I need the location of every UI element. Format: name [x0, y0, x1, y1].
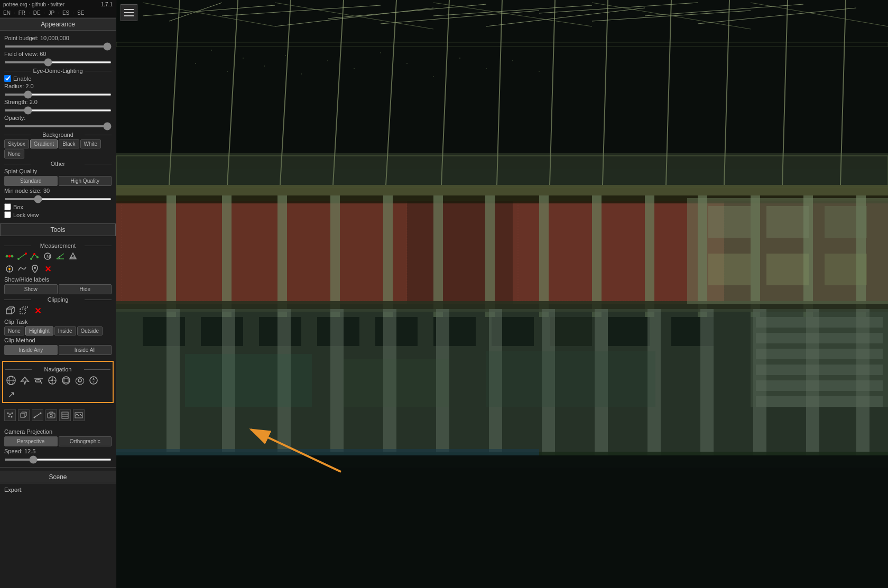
measure-angle-icon[interactable] [55, 251, 66, 262]
measure-marker-icon[interactable] [30, 264, 40, 274]
svg-rect-155 [344, 359, 449, 407]
lock-view-checkbox[interactable] [4, 211, 11, 218]
nav-fullcircle-icon[interactable] [60, 375, 72, 386]
lang-de[interactable]: DE [33, 10, 41, 16]
edl-enable-label: Enable [13, 76, 31, 82]
lang-en[interactable]: EN [3, 10, 11, 16]
measurement-header: Measurement [4, 242, 112, 249]
clip-inside-any-btn[interactable]: Inside Any [4, 345, 58, 355]
svg-point-180 [301, 73, 302, 74]
nav-helicopter-icon[interactable] [33, 375, 44, 386]
bg-gradient-btn[interactable]: Gradient [30, 139, 58, 148]
svg-point-16 [8, 268, 11, 270]
svg-point-51 [12, 413, 13, 414]
edl-enable-row: Enable [4, 75, 112, 82]
orthographic-btn[interactable]: Orthographic [59, 436, 112, 446]
hide-labels-btn[interactable]: Hide [59, 284, 112, 294]
svg-rect-156 [486, 351, 655, 407]
point-budget-label: Point budget: 10,000,000 [4, 35, 69, 41]
nav-compass-icon[interactable] [88, 375, 99, 386]
camera-projection-text: Camera Projection [4, 428, 52, 435]
svg-rect-173 [116, 455, 888, 587]
background-btn-group: Skybox Gradient Black White None [4, 139, 112, 158]
svg-point-69 [76, 414, 77, 415]
lang-fr[interactable]: FR [18, 10, 25, 16]
svg-point-185 [433, 76, 434, 77]
scene-camera-icon[interactable] [45, 409, 57, 421]
scene-other-icon[interactable] [59, 409, 71, 421]
lock-view-label: Lock view [13, 212, 39, 218]
svg-point-19 [34, 267, 36, 269]
nav-gear-icon[interactable] [74, 375, 86, 386]
nav-earth-icon[interactable] [5, 375, 17, 386]
scene-measure-icon[interactable] [32, 409, 43, 421]
svg-point-50 [10, 414, 11, 415]
viewport-background[interactable] [116, 0, 888, 588]
point-budget-slider[interactable] [4, 45, 112, 48]
clip-volume-icon[interactable] [4, 305, 16, 316]
measure-area-icon[interactable]: ▶▶ [68, 251, 78, 262]
perspective-btn[interactable]: Perspective [4, 436, 58, 446]
edl-strength-slider[interactable] [4, 109, 112, 111]
svg-point-4 [17, 258, 20, 260]
splat-standard-btn[interactable]: Standard [4, 176, 58, 186]
scene-pointcloud-icon[interactable] [4, 409, 16, 421]
splat-high-btn[interactable]: High Quality [59, 176, 112, 186]
svg-point-187 [486, 68, 487, 69]
measure-point-icon[interactable] [4, 251, 15, 262]
bg-skybox-btn[interactable]: Skybox [4, 139, 29, 148]
measure-remove-icon[interactable]: ✕ [42, 264, 53, 274]
edl-opacity-slider[interactable] [4, 125, 112, 127]
svg-rect-158 [708, 206, 751, 238]
measure-profile-icon[interactable] [17, 264, 27, 274]
scene-icons-row [4, 409, 112, 421]
svg-point-183 [380, 52, 381, 53]
box-checkbox[interactable] [4, 203, 11, 210]
edl-enable-checkbox[interactable] [4, 75, 11, 82]
nav-upleft-icon[interactable]: ↗ [5, 388, 17, 400]
speed-slider[interactable] [4, 459, 112, 461]
lang-jp[interactable]: JP [49, 10, 55, 16]
svg-point-6 [30, 258, 32, 260]
scene-volume-icon[interactable] [18, 409, 30, 421]
tools-header[interactable]: Tools [0, 223, 116, 236]
lang-se[interactable]: SE [77, 10, 84, 16]
clipping-icons-row: ✕ [4, 305, 112, 316]
clip-inside-all-btn[interactable]: Inside All [59, 345, 112, 355]
clip-remove-icon[interactable]: ✕ [32, 305, 43, 316]
svg-rect-163 [825, 254, 867, 285]
lang-es[interactable]: ES [62, 10, 69, 16]
svg-point-45 [78, 379, 81, 382]
measure-polyline-icon[interactable] [30, 251, 40, 262]
edl-radius-slider[interactable] [4, 94, 112, 96]
show-labels-btn[interactable]: Show [4, 284, 58, 294]
clip-inside-btn[interactable]: Inside [54, 326, 76, 335]
export-label: Export: [4, 487, 23, 493]
nav-orbit-icon[interactable] [47, 375, 58, 386]
svg-point-53 [11, 416, 13, 418]
scene-image-icon[interactable] [73, 409, 85, 421]
clip-outside-btn[interactable]: Outside [77, 326, 103, 335]
min-node-slider[interactable] [4, 198, 112, 200]
svg-rect-20 [6, 309, 12, 314]
camera-section: Camera Projection Perspective Orthograph… [0, 425, 116, 465]
measure-compass-icon[interactable] [4, 264, 15, 274]
clip-polygon-icon[interactable] [18, 305, 30, 316]
edl-radius-row: Radius: 2.0 [4, 83, 112, 89]
clip-highlight-btn[interactable]: Highlight [25, 326, 53, 335]
svg-rect-119 [433, 195, 443, 317]
menu-button[interactable] [121, 4, 137, 21]
bg-black-btn[interactable]: Black [59, 139, 79, 148]
edl-radius-label: Radius: 2.0 [4, 83, 34, 89]
edl-strength-label: Strength: 2.0 [4, 99, 38, 105]
svg-point-8 [36, 256, 39, 258]
fov-slider[interactable] [4, 61, 112, 63]
bg-white-btn[interactable]: White [80, 139, 101, 148]
bg-none-btn[interactable]: None [4, 150, 24, 158]
camera-projection-label: Camera Projection [4, 428, 112, 435]
svg-point-175 [211, 50, 212, 51]
clip-none-btn[interactable]: None [4, 326, 24, 335]
nav-plane-icon[interactable] [19, 375, 31, 386]
measure-line-icon[interactable] [17, 251, 27, 262]
measure-circle-icon[interactable]: N [42, 251, 53, 262]
